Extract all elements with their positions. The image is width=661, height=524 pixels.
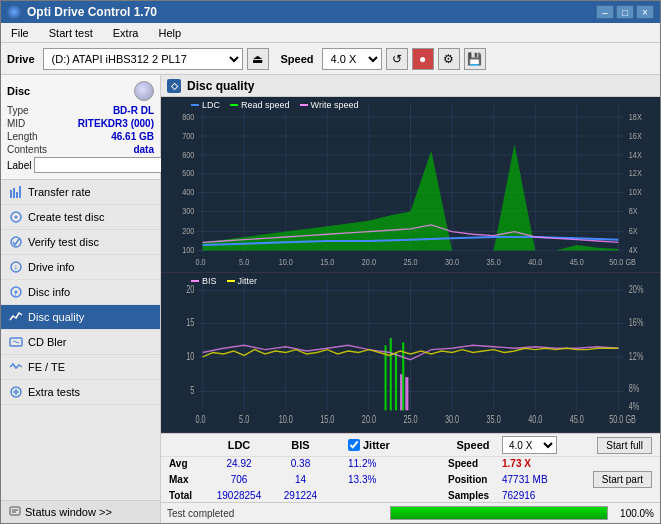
col-header-bis: BIS [273,439,328,451]
close-button[interactable]: × [636,5,654,19]
disc-contents-value: data [133,144,154,155]
progress-bar-row: Test completed 100.0% [161,502,660,523]
menu-start-test[interactable]: Start test [43,25,99,41]
sidebar-item-disc-quality[interactable]: Disc quality [1,305,160,330]
sidebar-item-label: Disc info [28,286,70,298]
disc-contents-label: Contents [7,144,47,155]
menu-extra[interactable]: Extra [107,25,145,41]
svg-text:200: 200 [182,225,194,236]
svg-text:45.0: 45.0 [570,256,584,267]
svg-text:16%: 16% [629,317,644,328]
svg-text:4%: 4% [629,401,640,412]
svg-text:8%: 8% [629,382,640,393]
speed-select[interactable]: 4.0 X [322,48,382,70]
disc-info-icon: i [9,285,23,299]
disc-button[interactable]: ● [412,48,434,70]
legend-read-label: Read speed [241,100,290,110]
svg-text:800: 800 [182,111,194,122]
disc-icon [134,81,154,101]
menu-help[interactable]: Help [152,25,187,41]
status-window-label: Status window >> [25,506,112,518]
top-chart-legend: LDC Read speed Write speed [191,100,358,110]
sidebar-item-extra-tests[interactable]: Extra tests [1,380,160,405]
disc-type-value: BD-R DL [113,105,154,116]
bler-icon [9,335,23,349]
svg-text:14X: 14X [629,149,642,160]
speed-label: Speed [281,53,314,65]
sidebar-item-drive-info[interactable]: i Drive info [1,255,160,280]
svg-text:25.0: 25.0 [403,414,417,425]
svg-text:10.0: 10.0 [279,414,293,425]
svg-text:5.0: 5.0 [239,414,249,425]
drive-select[interactable]: (D:) ATAPI iHBS312 2 PL17 [43,48,243,70]
bottom-chart: BIS Jitter [161,273,660,433]
speed-dropdown[interactable]: 4.0 X [502,436,557,454]
svg-rect-96 [390,338,392,410]
sidebar-item-label: Drive info [28,261,74,273]
sidebar-item-label: FE / TE [28,361,65,373]
main-area: Disc Type BD-R DL MID RITEKDR3 (000) Len… [1,75,660,523]
total-label: Total [169,490,205,501]
col-header-ldc: LDC [205,439,273,451]
svg-point-5 [15,216,18,219]
save-button[interactable]: 💾 [464,48,486,70]
window-title: Opti Drive Control 1.70 [27,5,157,19]
position-value: 47731 MB [502,474,572,485]
svg-text:35.0: 35.0 [487,256,501,267]
svg-text:20.0: 20.0 [362,414,376,425]
max-ldc: 706 [205,474,273,485]
svg-line-13 [13,341,19,343]
svg-text:100: 100 [182,244,194,255]
sidebar-item-transfer-rate[interactable]: Transfer rate [1,180,160,205]
sidebar-item-cd-bler[interactable]: CD Bler [1,330,160,355]
bottom-chart-svg: 20 15 10 5 20% 16% 12% 8% 4% [161,273,660,432]
menu-file[interactable]: File [5,25,35,41]
sidebar-item-fe-te[interactable]: FE / TE [1,355,160,380]
start-part-button[interactable]: Start part [593,471,652,488]
legend-jitter-label: Jitter [238,276,258,286]
start-full-button[interactable]: Start full [597,437,652,454]
top-chart-svg: 800 700 600 500 400 300 200 100 18X 16X … [161,97,660,272]
svg-text:25.0: 25.0 [403,256,417,267]
status-window-button[interactable]: Status window >> [1,500,160,523]
sidebar-item-create-test-disc[interactable]: Create test disc [1,205,160,230]
minimize-button[interactable]: – [596,5,614,19]
sidebar-item-disc-info[interactable]: i Disc info [1,280,160,305]
svg-rect-97 [395,352,397,410]
avg-label: Avg [169,458,205,469]
legend-ldc: LDC [191,100,220,110]
eject-button[interactable]: ⏏ [247,48,269,70]
disc-label-input[interactable] [34,157,167,173]
svg-text:45.0: 45.0 [570,414,584,425]
svg-text:35.0: 35.0 [487,414,501,425]
jitter-checkbox[interactable] [348,439,360,451]
svg-text:0.0: 0.0 [195,414,205,425]
info-icon: i [9,260,23,274]
svg-text:40.0: 40.0 [528,414,542,425]
maximize-button[interactable]: □ [616,5,634,19]
disc-length-label: Length [7,131,38,142]
refresh-button[interactable]: ↺ [386,48,408,70]
settings-button[interactable]: ⚙ [438,48,460,70]
progress-bar [390,506,609,520]
svg-text:12X: 12X [629,167,642,178]
fe-te-icon [9,360,23,374]
disc-label-row: Label ... [7,157,154,173]
svg-text:20%: 20% [629,284,644,295]
disc-length-value: 46.61 GB [111,131,154,142]
svg-rect-0 [10,190,12,198]
svg-text:40.0: 40.0 [528,256,542,267]
disc-contents-row: Contents data [7,144,154,155]
disc-label-label: Label [7,160,31,171]
bottom-chart-legend: BIS Jitter [191,276,257,286]
legend-ldc-label: LDC [202,100,220,110]
svg-text:10.0: 10.0 [279,256,293,267]
position-label: Position [448,474,502,485]
bottom-panel: LDC BIS Jitter Speed 4.0 X [161,433,660,523]
sidebar-item-label: Disc quality [28,311,84,323]
sidebar-item-verify-test-disc[interactable]: Verify test disc [1,230,160,255]
svg-rect-17 [10,507,20,515]
quality-icon [9,310,23,324]
progress-bar-fill [391,507,608,519]
svg-text:15.0: 15.0 [320,256,334,267]
